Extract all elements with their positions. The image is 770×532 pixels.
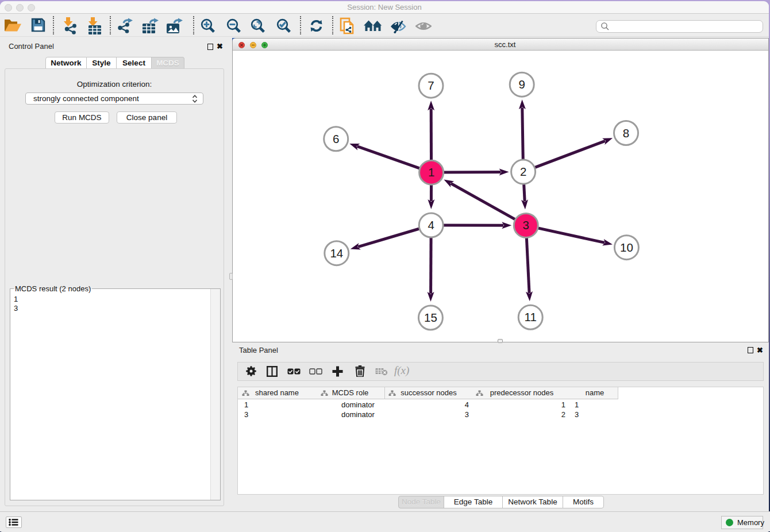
svg-text:11: 11 xyxy=(525,310,537,323)
svg-text:6: 6 xyxy=(333,132,339,145)
svg-text:9: 9 xyxy=(518,78,525,91)
svg-text:1: 1 xyxy=(428,165,434,179)
svg-text:4: 4 xyxy=(428,218,434,232)
svg-text:3: 3 xyxy=(523,218,529,232)
svg-text:10: 10 xyxy=(620,241,633,254)
svg-text:15: 15 xyxy=(424,311,437,324)
svg-text:14: 14 xyxy=(330,246,343,260)
svg-text:8: 8 xyxy=(623,126,629,140)
svg-text:7: 7 xyxy=(428,79,434,92)
svg-text:2: 2 xyxy=(520,165,526,178)
